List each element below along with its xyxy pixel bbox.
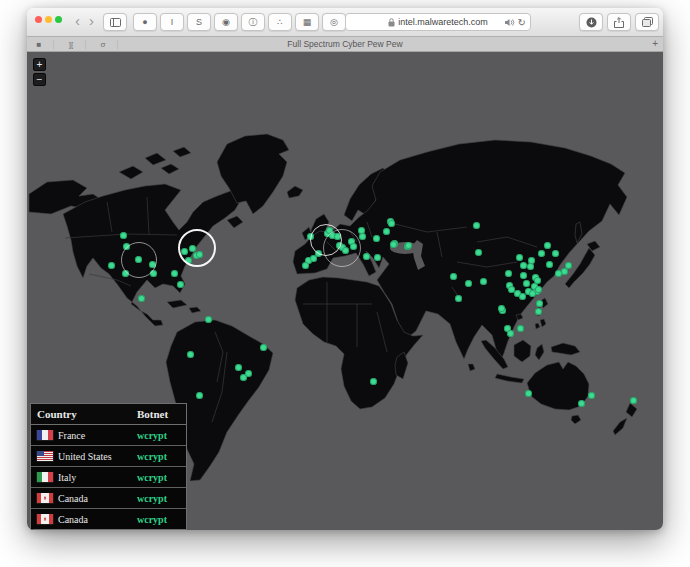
table-row: Francewcrypt xyxy=(31,425,186,446)
infection-dot xyxy=(519,293,526,300)
infection-dot xyxy=(516,254,523,261)
extension-letter-s-button[interactable]: S xyxy=(187,13,211,31)
infection-dot xyxy=(473,222,480,229)
close-button[interactable] xyxy=(35,16,42,23)
new-tab-button[interactable]: + xyxy=(652,37,658,51)
botnet-link[interactable]: wcrypt xyxy=(137,430,186,441)
infection-dot xyxy=(177,281,184,288)
tabs-icon xyxy=(642,17,653,27)
tab-overview-button[interactable] xyxy=(635,13,659,31)
infection-dot xyxy=(546,261,553,268)
extension-paw-icon: ∴ xyxy=(277,17,283,27)
it-flag-icon xyxy=(37,472,53,482)
sidebar-button[interactable] xyxy=(103,13,127,31)
infection-dot xyxy=(475,249,482,256)
infection-feed-table: Country Botnet FrancewcryptUnited States… xyxy=(30,403,187,530)
audio-speaker-icon[interactable] xyxy=(505,18,515,27)
infection-dot xyxy=(536,300,543,307)
infection-dot xyxy=(388,220,395,227)
infection-dot xyxy=(187,351,194,358)
extension-letter-s-icon: S xyxy=(196,17,202,27)
reload-icon[interactable]: ↻ xyxy=(518,17,526,28)
extension-dark-circle-icon: ● xyxy=(142,17,147,27)
map-zoom-controls: + − xyxy=(33,58,46,86)
infection-dot xyxy=(260,344,267,351)
share-button[interactable] xyxy=(607,13,631,31)
country-cell: Canada xyxy=(31,493,137,504)
infection-dot xyxy=(498,305,505,312)
infection-dot xyxy=(245,370,252,377)
zoom-out-button[interactable]: − xyxy=(33,73,46,86)
extension-info-circle-button[interactable]: ⓘ xyxy=(241,13,265,31)
infection-dot xyxy=(108,262,115,269)
active-tab[interactable]: Full Spectrum Cyber Pew Pew xyxy=(27,37,663,51)
infection-dot xyxy=(535,286,542,293)
country-name: France xyxy=(58,430,85,441)
infection-dot xyxy=(565,262,572,269)
table-row: Canadawcrypt xyxy=(31,488,186,509)
zoom-in-button[interactable]: + xyxy=(33,58,46,71)
address-bar[interactable]: intel.malwaretech.com ↻ xyxy=(345,13,531,31)
table-row: Canadawcrypt xyxy=(31,509,186,529)
extension-record-circle-button[interactable]: ◎ xyxy=(322,13,346,31)
country-column-header: Country xyxy=(31,408,137,420)
infection-dot xyxy=(535,308,542,315)
infection-dot xyxy=(370,378,377,385)
infection-dot xyxy=(374,254,381,261)
minimize-button[interactable] xyxy=(45,16,52,23)
botnet-link[interactable]: wcrypt xyxy=(137,493,186,504)
infection-dot xyxy=(520,272,527,279)
feed-header-row: Country Botnet xyxy=(31,404,186,425)
browser-toolbar: ‹ › ●IS◉ⓘ∴▦◎ intel.malwaretech.com xyxy=(27,8,663,37)
infection-dot xyxy=(450,273,457,280)
infection-dot xyxy=(390,241,397,248)
fullscreen-button[interactable] xyxy=(55,16,62,23)
country-name: Canada xyxy=(58,514,88,525)
downloads-button[interactable] xyxy=(579,13,603,31)
ca-flag-icon xyxy=(37,493,53,503)
extension-letter-i-button[interactable]: I xyxy=(160,13,184,31)
infection-dot xyxy=(205,316,212,323)
infection-dot xyxy=(363,253,370,260)
forward-button[interactable]: › xyxy=(85,11,98,31)
botnet-column-header: Botnet xyxy=(137,408,186,420)
country-name: Italy xyxy=(58,472,76,483)
infection-dot xyxy=(588,392,595,399)
infection-dot xyxy=(525,390,532,397)
extension-qr-code-icon: ▦ xyxy=(303,17,312,27)
screenshot-stage: ‹ › ●IS◉ⓘ∴▦◎ intel.malwaretech.com xyxy=(0,0,690,567)
infection-dot xyxy=(544,242,551,249)
infection-dot xyxy=(505,270,512,277)
infection-dot xyxy=(405,242,412,249)
infection-dot xyxy=(302,262,309,269)
country-cell: Italy xyxy=(31,472,137,483)
botnet-link[interactable]: wcrypt xyxy=(137,472,186,483)
botnet-link[interactable]: wcrypt xyxy=(137,514,186,525)
tab-bar: ■][σ Full Spectrum Cyber Pew Pew + xyxy=(27,37,663,52)
fr-flag-icon xyxy=(37,430,53,440)
extension-qr-code-button[interactable]: ▦ xyxy=(295,13,319,31)
table-row: Italywcrypt xyxy=(31,467,186,488)
sidebar-icon xyxy=(110,18,121,27)
infection-dot xyxy=(171,270,178,277)
extension-letter-i-icon: I xyxy=(171,17,174,27)
ping-circle xyxy=(121,242,157,278)
infection-dot xyxy=(528,257,535,264)
infection-dot xyxy=(552,250,559,257)
extension-dark-circle-button[interactable]: ● xyxy=(133,13,157,31)
country-cell: Canada xyxy=(31,514,137,525)
map-content: + − Country Botnet FrancewcryptUnited St… xyxy=(27,52,663,530)
download-icon xyxy=(586,17,597,28)
back-button[interactable]: ‹ xyxy=(71,11,84,31)
infection-dot xyxy=(538,250,545,257)
extension-paw-button[interactable]: ∴ xyxy=(268,13,292,31)
infection-dot xyxy=(120,232,127,239)
ping-circle xyxy=(323,229,361,267)
botnet-link[interactable]: wcrypt xyxy=(137,451,186,462)
extension-camera-lens-button[interactable]: ◉ xyxy=(214,13,238,31)
country-cell: France xyxy=(31,430,137,441)
lock-icon xyxy=(388,18,395,27)
share-icon xyxy=(614,17,624,28)
extension-info-circle-icon: ⓘ xyxy=(249,16,258,29)
ca-flag-icon xyxy=(37,514,53,524)
